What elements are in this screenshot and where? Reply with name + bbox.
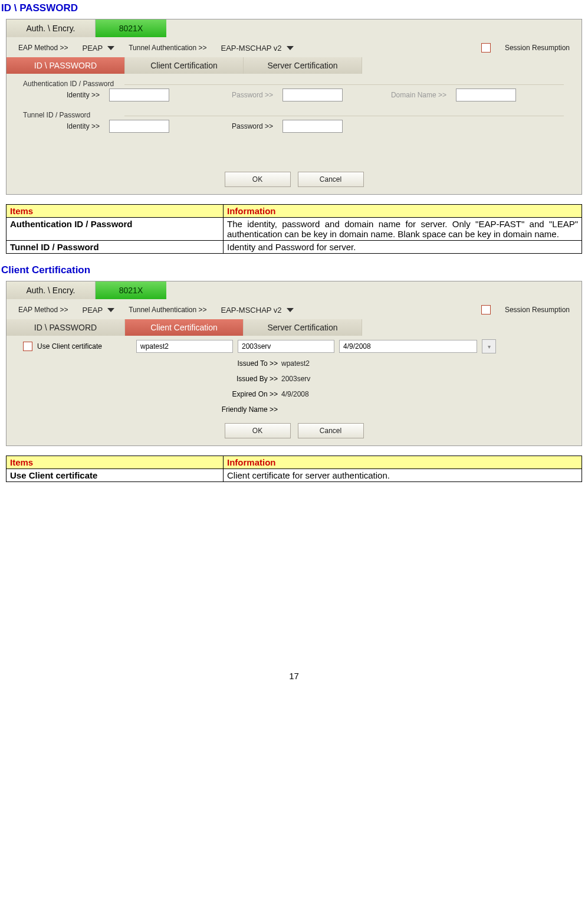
tunnel-auth-label: Tunnel Authentication >>: [129, 44, 206, 52]
table-row: Tunnel ID / Password Identity and Passwo…: [6, 241, 582, 254]
tunnel-auth-value: EAP-MSCHAP v2: [221, 306, 282, 315]
subtab-id-password[interactable]: ID \ PASSWORD: [6, 57, 125, 74]
eap-method-value: PEAP: [83, 44, 103, 53]
identity-input[interactable]: [109, 89, 169, 101]
chevron-down-icon: [287, 308, 294, 312]
table-cell: Authentication ID / Password: [6, 218, 224, 241]
friendly-name-label: Friendly Name >>: [6, 405, 281, 414]
tunnel-auth-label: Tunnel Authentication >>: [129, 306, 206, 314]
table-header-information: Information: [224, 205, 582, 218]
eap-method-label: EAP Method >>: [18, 306, 68, 314]
table-cell: Client certificate for server authentica…: [224, 469, 582, 482]
section-title-idpassword: ID \ PASSWORD: [0, 2, 588, 14]
password-label: Password >>: [179, 91, 273, 99]
subtab-client-certification[interactable]: Client Certification: [125, 57, 244, 74]
subtab-client-certification[interactable]: Client Certification: [125, 319, 244, 336]
identity-label: Identity >>: [23, 91, 100, 99]
issued-by-label: Issued By >>: [6, 375, 281, 383]
tunnel-identity-input[interactable]: [109, 120, 169, 133]
password-input[interactable]: [282, 89, 343, 101]
use-client-cert-checkbox[interactable]: [23, 342, 32, 351]
issued-by-value: 2003serv: [281, 375, 310, 383]
table-cell: The identity, password and domain name f…: [224, 218, 582, 241]
chevron-down-icon: [107, 46, 114, 50]
subtab-id-password[interactable]: ID \ PASSWORD: [6, 319, 125, 336]
cancel-button[interactable]: Cancel: [298, 172, 364, 187]
panel-client-certification: Auth. \ Encry. 8021X EAP Method >> PEAP …: [6, 281, 582, 446]
table-header-items: Items: [6, 205, 224, 218]
table-idpassword: Items Information Authentication ID / Pa…: [6, 204, 582, 254]
session-resumption-label: Session Resumption: [505, 44, 570, 52]
session-resumption-checkbox[interactable]: [481, 305, 491, 315]
tab-auth-encry[interactable]: Auth. \ Encry.: [6, 281, 96, 299]
tunnel-auth-dropdown[interactable]: EAP-MSCHAP v2: [221, 306, 294, 315]
subtab-server-certification[interactable]: Server Certification: [244, 57, 362, 74]
eap-method-dropdown[interactable]: PEAP: [83, 44, 115, 53]
session-resumption-checkbox[interactable]: [481, 43, 491, 53]
eap-method-label: EAP Method >>: [18, 44, 68, 52]
tunnel-identity-label: Identity >>: [23, 122, 100, 130]
tunnel-auth-value: EAP-MSCHAP v2: [221, 44, 282, 53]
domain-name-label: Domain Name >>: [352, 91, 446, 99]
table-client-cert: Items Information Use Client certificate…: [6, 456, 582, 482]
table-cell: Use Client certificate: [6, 469, 224, 482]
issued-to-label: Issued To >>: [6, 359, 281, 368]
domain-name-input[interactable]: [456, 89, 516, 101]
ok-button[interactable]: OK: [225, 423, 291, 438]
use-client-cert-label: Use Client certificate: [37, 342, 132, 350]
issued-to-value: wpatest2: [281, 359, 310, 368]
tunnel-auth-dropdown[interactable]: EAP-MSCHAP v2: [221, 44, 294, 53]
tunnel-password-input[interactable]: [282, 120, 343, 133]
expired-on-label: Expired On >>: [6, 390, 281, 398]
panel-idpassword: Auth. \ Encry. 8021X EAP Method >> PEAP …: [6, 19, 582, 195]
table-cell: Tunnel ID / Password: [6, 241, 224, 254]
tab-auth-encry[interactable]: Auth. \ Encry.: [6, 19, 96, 37]
page-number: 17: [0, 671, 588, 681]
cert-dropdown-button[interactable]: ▾: [482, 339, 496, 353]
cert-issued-to-cell: wpatest2: [136, 340, 233, 353]
table-cell: Identity and Password for server.: [224, 241, 582, 254]
chevron-down-icon: [287, 46, 294, 50]
cert-expired-cell: 4/9/2008: [339, 340, 477, 353]
eap-method-dropdown[interactable]: PEAP: [83, 306, 115, 315]
table-header-items: Items: [6, 456, 224, 469]
session-resumption-label: Session Resumption: [505, 306, 570, 314]
chevron-down-icon: [107, 308, 114, 312]
tab-8021x[interactable]: 8021X: [96, 281, 166, 299]
eap-method-value: PEAP: [83, 306, 103, 315]
ok-button[interactable]: OK: [225, 172, 291, 187]
tab-8021x[interactable]: 8021X: [96, 19, 166, 37]
subtab-server-certification[interactable]: Server Certification: [244, 319, 362, 336]
table-header-information: Information: [224, 456, 582, 469]
tunnel-password-label: Password >>: [179, 122, 273, 130]
cert-issued-by-cell: 2003serv: [238, 340, 334, 353]
expired-on-value: 4/9/2008: [281, 390, 309, 398]
table-row: Use Client certificate Client certificat…: [6, 469, 582, 482]
cancel-button[interactable]: Cancel: [298, 423, 364, 438]
section-title-client-cert: Client Certification: [0, 264, 588, 276]
table-row: Authentication ID / Password The identit…: [6, 218, 582, 241]
